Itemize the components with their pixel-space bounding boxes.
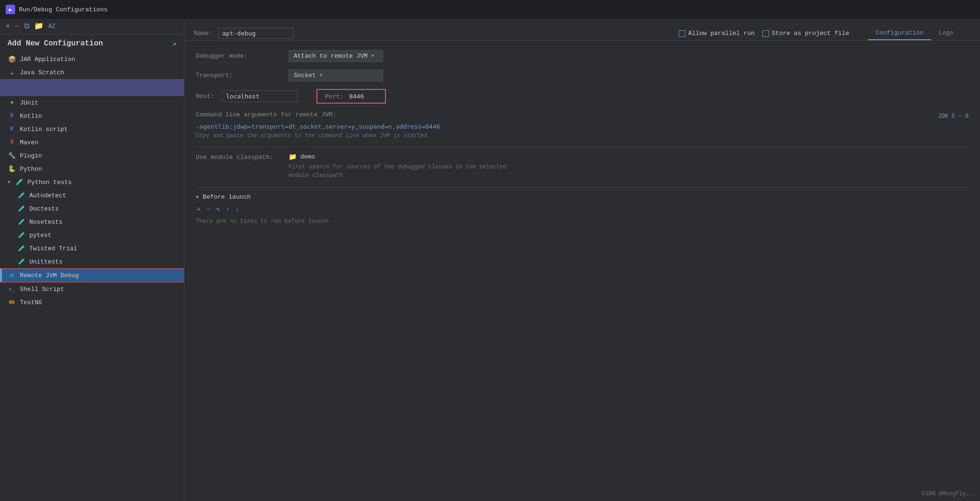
add-config-button[interactable]: + bbox=[6, 23, 10, 30]
sidebar-item-kotlin-script[interactable]: K Kotlin script bbox=[0, 123, 184, 136]
transport-dropdown[interactable]: Socket ▼ bbox=[289, 70, 383, 81]
sidebar-item-remote-jvm[interactable]: ⚙ Remote JVM Debug bbox=[0, 268, 184, 282]
before-launch-edit-button[interactable]: ✎ bbox=[215, 204, 221, 214]
jdk-link[interactable]: JDK 5 - 8 bbox=[938, 113, 969, 120]
module-desc: First search for sources of the debugged… bbox=[289, 163, 507, 180]
before-launch-add-button[interactable]: + bbox=[196, 205, 201, 214]
before-launch-header[interactable]: ▼ Before launch bbox=[196, 193, 969, 201]
allow-parallel-option[interactable]: Allow parallel run bbox=[679, 30, 754, 37]
sidebar-item-jar[interactable]: 📦 JAR Application bbox=[0, 53, 184, 66]
sidebar-item-label: Python bbox=[20, 166, 42, 173]
store-as-project-label: Store as project file bbox=[772, 30, 849, 37]
right-header: Name: Allow parallel run Store as projec… bbox=[184, 19, 980, 41]
before-launch-hint: There are no tasks to run before launch bbox=[196, 218, 969, 225]
debugger-mode-row: Debugger mode: Attach to remote JVM ▼ bbox=[196, 50, 969, 62]
sidebar-item-label: Shell Script bbox=[20, 286, 64, 293]
sidebar-item-label: Kotlin bbox=[20, 113, 42, 120]
sidebar-item-python[interactable]: 🐍 Python bbox=[0, 162, 184, 176]
python-tests-icon: 🧪 bbox=[15, 178, 24, 186]
tab-logs[interactable]: Logs bbox=[931, 26, 961, 40]
allow-parallel-label: Allow parallel run bbox=[688, 30, 754, 37]
header-options: Allow parallel run Store as project file bbox=[679, 30, 849, 37]
divider2 bbox=[196, 187, 969, 188]
copy-config-button[interactable]: ⧉ bbox=[24, 23, 29, 30]
before-launch-toolbar: + − ✎ ↑ ↓ bbox=[196, 204, 969, 214]
module-classpath-value: 📁 demo First search for sources of the d… bbox=[289, 153, 507, 180]
before-launch-up-button[interactable]: ↑ bbox=[225, 205, 230, 214]
host-input[interactable] bbox=[222, 90, 298, 102]
sidebar-item-unittests[interactable]: 🧪 Unittests bbox=[0, 255, 184, 268]
folder-button[interactable]: 📁 bbox=[34, 23, 44, 30]
sidebar-item-testng[interactable]: NG TestNG bbox=[0, 296, 184, 309]
nav-list: 📦 JAR Application ☕ Java Scratch ● JUnit… bbox=[0, 51, 184, 501]
before-launch-remove-button[interactable]: − bbox=[205, 205, 211, 214]
remote-jvm-icon: ⚙ bbox=[8, 271, 16, 280]
sidebar-item-label: Maven bbox=[20, 139, 38, 146]
sidebar-item-label: Python tests bbox=[27, 179, 72, 186]
sidebar-item-plugin[interactable]: 🔧 Plugin bbox=[0, 149, 184, 162]
sidebar-item-label: JAR Application bbox=[20, 56, 75, 63]
sidebar-item-twisted-trial[interactable]: 🧪 Twisted Trial bbox=[0, 242, 184, 255]
sidebar-item-shell-script[interactable]: >_ Shell Script bbox=[0, 282, 184, 296]
kotlin-script-icon: K bbox=[8, 125, 16, 133]
sidebar-item-maven[interactable]: V Maven bbox=[0, 136, 184, 149]
cmd-args-hint: Copy and paste the arguments to the comm… bbox=[196, 132, 969, 139]
module-name: demo bbox=[300, 153, 315, 160]
main-content: + — ⧉ 📁 AZ Add New Configuration ↗ 📦 JAR… bbox=[0, 19, 980, 501]
sidebar-item-label: Remote JVM Debug bbox=[20, 272, 79, 279]
sidebar-item-label: Java Scratch bbox=[20, 69, 64, 76]
store-as-project-option[interactable]: Store as project file bbox=[762, 30, 849, 37]
dropdown-arrow: ▼ bbox=[371, 53, 374, 59]
cmd-args-label: Command line arguments for remote JVM: bbox=[196, 111, 336, 118]
left-toolbar: + — ⧉ 📁 AZ bbox=[0, 19, 184, 35]
port-input[interactable] bbox=[349, 93, 377, 100]
sidebar-item-pytest[interactable]: 🧪 pytest bbox=[0, 229, 184, 242]
left-panel: + — ⧉ 📁 AZ Add New Configuration ↗ 📦 JAR… bbox=[0, 19, 184, 501]
sidebar-item-label: Autodetect bbox=[29, 192, 66, 199]
cmd-args-section: Command line arguments for remote JVM: J… bbox=[196, 111, 969, 139]
app-icon: ▶ bbox=[6, 5, 15, 14]
sidebar-item-label: Doctests bbox=[29, 205, 59, 212]
doctests-icon: 🧪 bbox=[17, 204, 26, 213]
tab-configuration[interactable]: Configuration bbox=[868, 26, 931, 40]
nosetests-icon: 🧪 bbox=[17, 218, 26, 226]
sidebar-item-selected[interactable] bbox=[0, 79, 184, 96]
name-input[interactable] bbox=[218, 28, 294, 39]
sidebar-item-label: Nosetests bbox=[29, 219, 62, 226]
module-folder-icon: 📁 bbox=[289, 153, 297, 161]
sidebar-item-autodetect[interactable]: 🧪 Autodetect bbox=[0, 189, 184, 202]
debugger-mode-dropdown[interactable]: Attach to remote JVM ▼ bbox=[289, 50, 383, 62]
store-as-project-checkbox[interactable] bbox=[762, 30, 769, 37]
module-classpath-row: Use module classpath: 📁 demo First searc… bbox=[196, 153, 969, 180]
sidebar-item-kotlin[interactable]: K Kotlin bbox=[0, 109, 184, 123]
pytest-icon: 🧪 bbox=[17, 231, 26, 239]
sort-button[interactable]: AZ bbox=[48, 24, 55, 29]
maven-icon: V bbox=[8, 138, 16, 147]
sidebar-item-junit[interactable]: ● JUnit bbox=[0, 96, 184, 109]
module-value-row: 📁 demo bbox=[289, 153, 507, 161]
title-bar: ▶ Run/Debug Configurations bbox=[0, 0, 980, 19]
sidebar-item-doctests[interactable]: 🧪 Doctests bbox=[0, 202, 184, 215]
transport-row: Transport: Socket ▼ bbox=[196, 70, 969, 81]
sidebar-item-nosetests[interactable]: 🧪 Nosetests bbox=[0, 215, 184, 229]
junit-icon: ● bbox=[8, 98, 16, 107]
python-icon: 🐍 bbox=[8, 165, 16, 173]
right-panel: Name: Allow parallel run Store as projec… bbox=[184, 19, 980, 501]
cmd-args-header: Command line arguments for remote JVM: J… bbox=[196, 111, 969, 121]
sidebar-item-label: Unittests bbox=[29, 258, 62, 265]
plugin-icon: 🔧 bbox=[8, 151, 16, 160]
port-box: Port: bbox=[316, 89, 386, 104]
kotlin-icon: K bbox=[8, 112, 16, 120]
name-label: Name: bbox=[194, 30, 212, 37]
sidebar-item-label: pytest bbox=[29, 232, 52, 239]
before-launch-down-button[interactable]: ↓ bbox=[235, 205, 240, 214]
sidebar-item-label: Kotlin script bbox=[20, 126, 68, 133]
sidebar-item-python-tests[interactable]: ▼ 🧪 Python tests bbox=[0, 176, 184, 189]
collapse-icon[interactable]: ↗ bbox=[173, 40, 176, 48]
sidebar-item-java-scratch[interactable]: ☕ Java Scratch bbox=[0, 66, 184, 79]
sidebar-item-label: Twisted Trial bbox=[29, 245, 77, 252]
allow-parallel-checkbox[interactable] bbox=[679, 30, 685, 37]
shell-script-icon: >_ bbox=[8, 285, 16, 293]
sidebar-item-label: Plugin bbox=[20, 152, 42, 159]
remove-config-button[interactable]: — bbox=[15, 23, 20, 30]
